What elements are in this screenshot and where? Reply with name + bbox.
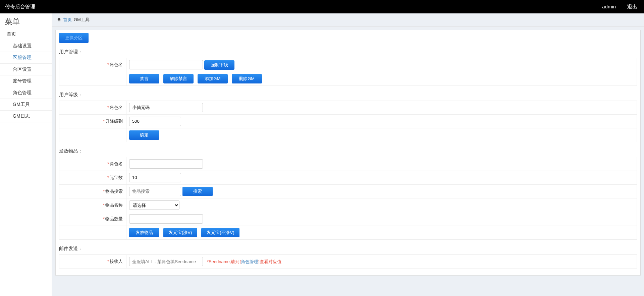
home-icon: [57, 17, 61, 22]
sidebar-item-1[interactable]: 基础设置: [0, 40, 52, 52]
breadcrumb-current: GM工具: [74, 17, 90, 23]
level-confirm-button[interactable]: 确定: [129, 130, 159, 140]
content-area: 首页 GM工具 更换分区 用户管理： *角色名 强制下线 禁言: [52, 13, 644, 296]
switch-zone-button[interactable]: 更换分区: [59, 33, 89, 43]
sidebar-menu: 首页基础设置区服管理合区设置账号管理角色管理GM工具GM日志: [0, 28, 52, 122]
give-item-table: *角色名 *元宝数 *物品搜索 搜索 *物品名称: [59, 157, 637, 240]
del-gm-button[interactable]: 删除GM: [232, 74, 262, 83]
input-give-role-name[interactable]: [129, 159, 203, 169]
user-level-table: *角色名 *升降级到 确定: [59, 101, 637, 142]
sidebar: 菜单 首页基础设置区服管理合区设置账号管理角色管理GM工具GM日志: [0, 13, 52, 296]
input-role-name[interactable]: [129, 60, 203, 69]
topbar-right: admin 退出: [592, 4, 637, 10]
force-offline-button[interactable]: 强制下线: [204, 60, 234, 70]
logout-link[interactable]: 退出: [627, 4, 637, 9]
section-mail-title: 邮件发送：: [59, 246, 637, 252]
sidebar-title: 菜单: [0, 13, 52, 28]
unban-button[interactable]: 解除禁言: [163, 74, 194, 83]
main-layout: 菜单 首页基础设置区服管理合区设置账号管理角色管理GM工具GM日志 首页 GM工…: [0, 13, 644, 296]
input-yuanbao[interactable]: [129, 173, 181, 182]
sidebar-item-3[interactable]: 合区设置: [0, 64, 52, 75]
select-item-name[interactable]: 请选择: [129, 200, 179, 210]
search-button[interactable]: 搜索: [182, 187, 213, 196]
content-panel: 更换分区 用户管理： *角色名 强制下线 禁言 解除禁言 添加GM: [55, 30, 641, 276]
role-manage-link[interactable]: 角色管理: [241, 259, 258, 264]
section-user-level-title: 用户等级：: [59, 92, 637, 98]
section-user-manage-title: 用户管理：: [59, 49, 637, 55]
input-item-search[interactable]: [129, 187, 181, 196]
label-role-name: *角色名: [59, 58, 126, 72]
ban-button[interactable]: 禁言: [129, 74, 159, 83]
input-level-role-name[interactable]: [129, 103, 203, 112]
add-gm-button[interactable]: 添加GM: [198, 74, 228, 83]
give-yuanbao-v-button[interactable]: 发元宝(涨V): [163, 228, 197, 237]
app-title: 传奇后台管理: [5, 4, 35, 10]
sidebar-item-5[interactable]: 角色管理: [0, 87, 52, 99]
user-manage-table: *角色名 强制下线 禁言 解除禁言 添加GM 删除GM: [59, 58, 637, 86]
sidebar-item-4[interactable]: 账号管理: [0, 75, 52, 87]
input-item-qty[interactable]: [129, 214, 203, 224]
breadcrumb: 首页 GM工具: [52, 13, 644, 26]
top-navbar: 传奇后台管理 admin 退出: [0, 0, 644, 13]
username-link[interactable]: admin: [602, 4, 616, 9]
give-yuanbao-nv-button[interactable]: 发元宝(不涨V): [201, 228, 239, 237]
input-level-value[interactable]: [129, 117, 181, 126]
mail-hint: *Seedname,请到[角色管理]查看对应值: [207, 259, 281, 264]
section-give-item-title: 发放物品：: [59, 148, 637, 154]
give-item-button[interactable]: 发放物品: [129, 228, 159, 237]
input-mail-receiver[interactable]: [129, 257, 203, 266]
sidebar-item-7[interactable]: GM日志: [0, 111, 52, 122]
sidebar-item-0[interactable]: 首页: [0, 28, 52, 40]
mail-table: *接收人 *Seedname,请到[角色管理]查看对应值: [59, 254, 637, 269]
sidebar-item-6[interactable]: GM工具: [0, 99, 52, 111]
breadcrumb-home[interactable]: 首页: [63, 17, 72, 23]
sidebar-item-2[interactable]: 区服管理: [0, 52, 52, 64]
